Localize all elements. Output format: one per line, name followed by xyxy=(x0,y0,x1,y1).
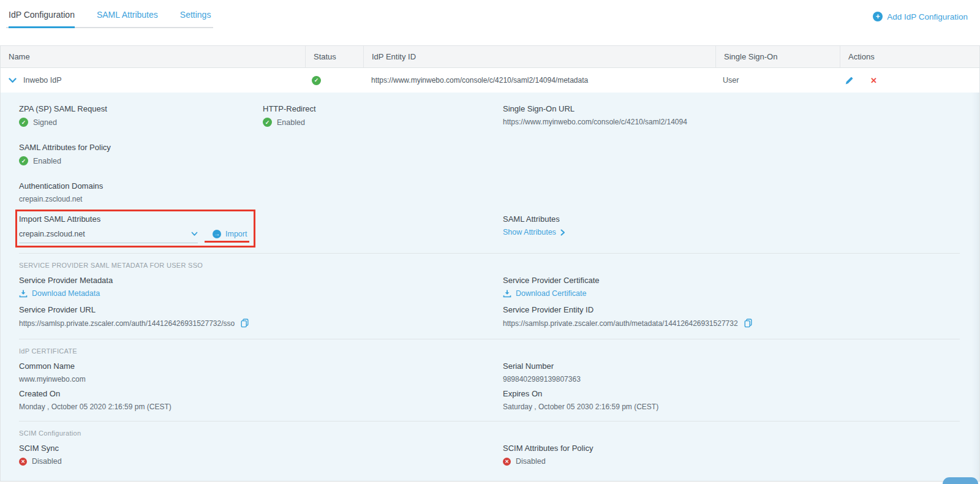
sp-entity-id-label: Service Provider Entity ID xyxy=(503,305,967,314)
zpa-saml-request-value: Signed xyxy=(33,118,57,127)
check-circle-icon: ✓ xyxy=(263,118,272,127)
created-on-label: Created On xyxy=(19,389,503,398)
sp-url-label: Service Provider URL xyxy=(19,305,503,314)
field-sp-entity-id: Service Provider Entity ID https://samls… xyxy=(503,305,967,328)
idp-status-cell: ✓ xyxy=(305,76,363,85)
idp-name: Inwebo IdP xyxy=(23,76,62,85)
expires-on-label: Expires On xyxy=(503,389,967,398)
delete-x-icon[interactable]: ✕ xyxy=(870,76,877,85)
sp-section-title: SERVICE PROVIDER SAML METADATA FOR USER … xyxy=(19,262,967,269)
column-header-name: Name xyxy=(1,46,305,67)
http-redirect-label: HTTP-Redirect xyxy=(263,104,503,113)
column-header-status: Status xyxy=(305,46,363,67)
zpa-saml-request-label: ZPA (SP) SAML Request xyxy=(19,104,263,113)
download-certificate-label: Download Certificate xyxy=(516,289,586,298)
top-bar: IdP Configuration SAML Attributes Settin… xyxy=(0,0,980,28)
single-sign-on-url-value: https://www.myinwebo.com/console/c/4210/… xyxy=(503,118,967,126)
scim-attributes-for-policy-label: SCIM Attributes for Policy xyxy=(503,444,967,453)
field-created-on: Created On Monday , October 05 2020 2:16… xyxy=(19,389,503,411)
scim-section-title: SCIM Configuration xyxy=(19,429,967,437)
field-scim-attributes-for-policy: SCIM Attributes for Policy ✕ Disabled xyxy=(503,444,967,466)
field-serial-number: Serial Number 9898402989139807363 xyxy=(503,361,967,384)
idp-name-cell: Inwebo IdP xyxy=(1,76,305,85)
x-circle-icon: ✕ xyxy=(19,458,27,466)
download-icon xyxy=(503,290,511,298)
idp-sso-value: User xyxy=(715,76,840,85)
check-circle-icon: ✓ xyxy=(19,156,28,165)
field-common-name: Common Name www.myinwebo.com xyxy=(19,361,503,384)
serial-number-label: Serial Number xyxy=(503,361,967,371)
import-button-label: Import xyxy=(225,230,247,238)
field-sp-url: Service Provider URL https://samlsp.priv… xyxy=(19,305,503,328)
sp-url-value: https://samlsp.private.zscaler.com/auth/… xyxy=(19,319,235,328)
plus-circle-icon: + xyxy=(873,12,883,21)
column-header-actions: Actions xyxy=(840,46,979,67)
check-circle-icon: ✓ xyxy=(312,76,321,85)
check-circle-icon: ✓ xyxy=(19,118,28,127)
serial-number-value: 9898402989139807363 xyxy=(503,375,967,384)
expires-on-value: Saturday , October 05 2030 2:16:59 pm (C… xyxy=(503,403,967,411)
saml-attributes-label: SAML Attributes xyxy=(503,214,967,224)
tab-idp-configuration[interactable]: IdP Configuration xyxy=(9,10,75,28)
saml-attributes-for-policy-value: Enabled xyxy=(33,157,61,165)
scim-sync-value: Disabled xyxy=(32,457,62,466)
idp-entity-id: https://www.myinwebo.com/console/c/4210/… xyxy=(363,76,715,85)
idp-table: Name Status IdP Entity ID Single Sign-On… xyxy=(0,45,980,482)
sp-certificate-label: Service Provider Certificate xyxy=(503,276,967,285)
download-metadata-link[interactable]: Download Metadata xyxy=(19,289,100,298)
table-row[interactable]: Inwebo IdP ✓ https://www.myinwebo.com/co… xyxy=(1,68,979,93)
show-attributes-link[interactable]: Show Attributes xyxy=(503,228,565,236)
saml-attributes-for-policy-label: SAML Attributes for Policy xyxy=(19,143,967,152)
tab-settings[interactable]: Settings xyxy=(180,10,211,27)
field-zpa-saml-request: ZPA (SP) SAML Request ✓ Signed xyxy=(19,104,263,127)
edit-pencil-icon[interactable] xyxy=(845,76,854,85)
idp-certificate-section-title: IdP CERTIFICATE xyxy=(19,347,967,355)
chat-widget-button[interactable] xyxy=(943,477,978,484)
tab-saml-attributes[interactable]: SAML Attributes xyxy=(97,10,158,27)
common-name-value: www.myinwebo.com xyxy=(19,375,503,384)
import-button[interactable]: → Import xyxy=(213,230,247,238)
idp-actions-cell: ✕ xyxy=(840,76,979,85)
download-certificate-link[interactable]: Download Certificate xyxy=(503,289,586,298)
created-on-value: Monday , October 05 2020 2:16:59 pm (CES… xyxy=(19,403,503,411)
add-idp-configuration-label: Add IdP Configuration xyxy=(887,12,968,21)
field-saml-attributes: SAML Attributes Show Attributes xyxy=(503,214,967,237)
field-saml-attributes-for-policy: SAML Attributes for Policy ✓ Enabled xyxy=(19,143,967,165)
x-circle-icon: ✕ xyxy=(503,458,511,466)
field-sp-metadata: Service Provider Metadata Download Metad… xyxy=(19,276,503,298)
column-header-sso: Single Sign-On xyxy=(715,46,840,67)
scim-attributes-for-policy-value: Disabled xyxy=(516,457,546,466)
field-authentication-domains: Authentication Domains crepain.zscloud.n… xyxy=(19,181,967,203)
section-divider xyxy=(19,421,960,422)
chevron-right-icon xyxy=(560,229,565,236)
copy-icon[interactable] xyxy=(241,319,249,328)
field-scim-sync: SCIM Sync ✕ Disabled xyxy=(19,444,503,466)
http-redirect-value: Enabled xyxy=(277,118,305,127)
chevron-down-icon xyxy=(191,232,198,236)
authentication-domains-label: Authentication Domains xyxy=(19,181,967,191)
download-icon xyxy=(19,290,28,298)
field-single-sign-on-url: Single Sign-On URL https://www.myinwebo.… xyxy=(503,104,967,127)
common-name-label: Common Name xyxy=(19,361,503,371)
import-saml-attributes-label: Import SAML Attributes xyxy=(19,214,264,224)
table-header-row: Name Status IdP Entity ID Single Sign-On… xyxy=(1,46,979,68)
sp-entity-id-value: https://samlsp.private.zscaler.com/auth/… xyxy=(503,319,738,328)
authentication-domains-value: crepain.zscloud.net xyxy=(19,195,967,203)
arrow-right-circle-icon: → xyxy=(213,230,221,238)
scim-sync-label: SCIM Sync xyxy=(19,444,503,453)
column-header-entity-id: IdP Entity ID xyxy=(363,46,715,67)
red-annotation-underline xyxy=(205,241,249,243)
field-sp-certificate: Service Provider Certificate Download Ce… xyxy=(503,276,967,298)
copy-icon[interactable] xyxy=(744,319,752,328)
chevron-down-icon[interactable] xyxy=(9,78,17,83)
show-attributes-label: Show Attributes xyxy=(503,228,556,236)
add-idp-configuration-button[interactable]: + Add IdP Configuration xyxy=(873,12,968,21)
import-domain-selected-value: crepain.zscloud.net xyxy=(19,230,85,238)
sp-metadata-label: Service Provider Metadata xyxy=(19,276,503,285)
import-domain-select[interactable]: crepain.zscloud.net xyxy=(19,230,198,243)
download-metadata-label: Download Metadata xyxy=(32,289,100,298)
section-divider xyxy=(19,339,960,339)
field-expires-on: Expires On Saturday , October 05 2030 2:… xyxy=(503,389,967,411)
single-sign-on-url-label: Single Sign-On URL xyxy=(503,104,967,113)
idp-detail-panel: ZPA (SP) SAML Request ✓ Signed HTTP-Redi… xyxy=(1,93,979,481)
